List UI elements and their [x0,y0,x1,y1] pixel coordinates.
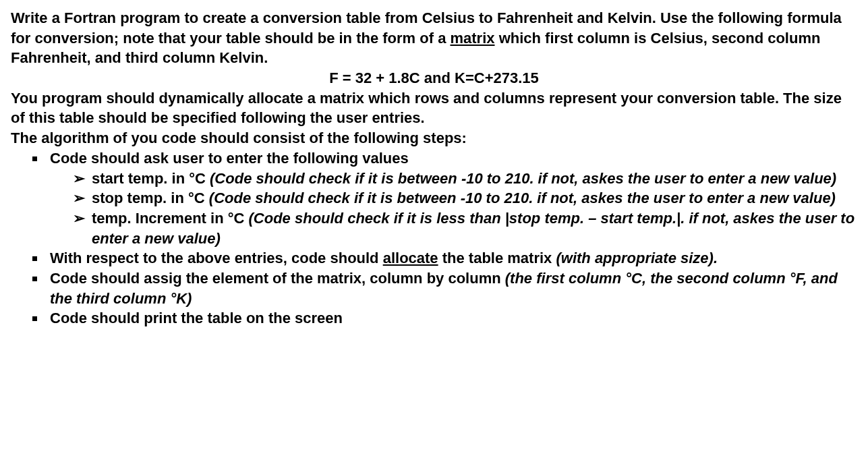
bullet-print-text: Code should print the table on the scree… [50,310,343,326]
bullet-allocate: With respect to the above entries, code … [46,248,857,268]
conversion-formula: F = 32 + 1.8C and K=C+273.15 [11,68,857,88]
sub-bullet-stop-temp-italic: (Code should check if it is between -10 … [209,190,836,206]
bullet-allocate-part1: With respect to the above entries, code … [50,250,383,266]
bullet-ask-user-text: Code should ask user to enter the follow… [50,150,409,167]
sub-bullet-start-temp: start temp. in °C (Code should check if … [73,169,857,189]
intro-paragraph: Write a Fortran program to create a conv… [11,8,857,68]
bullet-assign: Code should assig the element of the mat… [46,268,857,308]
paragraph-algorithm: The algorithm of you code should consist… [11,128,857,148]
bullet-print: Code should print the table on the scree… [46,308,857,328]
intro-underlined-matrix: matrix [450,30,494,47]
sub-bullet-stop-temp: stop temp. in °C (Code should check if i… [73,188,857,208]
bullet-ask-user: Code should ask user to enter the follow… [46,148,857,248]
paragraph-allocate: You program should dynamically allocate … [11,88,857,128]
sub-bullet-start-temp-italic: (Code should check if it is between -10 … [210,170,836,187]
bullet-allocate-italic: (with appropriate size). [556,250,718,266]
sub-bullet-start-temp-bold: start temp. in °C [92,170,210,187]
bullet-allocate-underlined: allocate [383,250,438,266]
sub-bullet-increment: temp. Increment in °C (Code should check… [73,208,857,248]
sub-bullet-stop-temp-bold: stop temp. in °C [92,190,209,206]
sub-bullet-list: start temp. in °C (Code should check if … [50,169,857,249]
sub-bullet-increment-bold: temp. Increment in °C [92,210,249,227]
main-bullet-list: Code should ask user to enter the follow… [11,148,857,328]
bullet-assign-part1: Code should assig the element of the mat… [50,270,505,287]
bullet-allocate-part2: the table matrix [438,250,556,266]
